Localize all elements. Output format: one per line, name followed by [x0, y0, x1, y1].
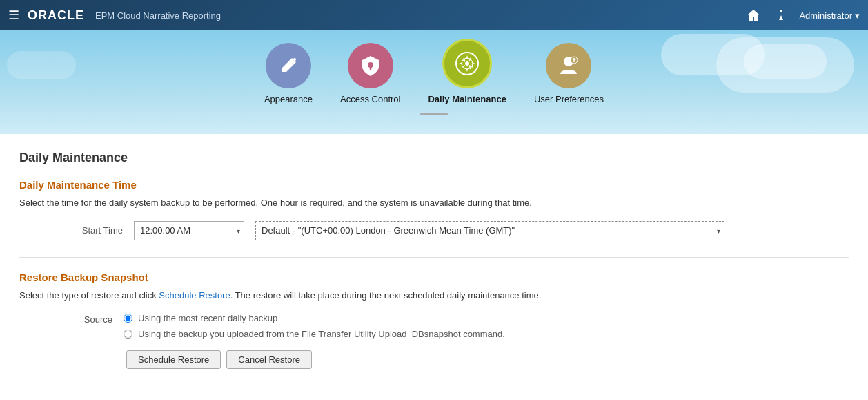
radio-uploaded-backup-label: Using the backup you uploaded from the F… [138, 329, 505, 339]
accessibility-button[interactable] [771, 6, 791, 25]
page-title: Daily Maintenance [19, 151, 849, 165]
user-preferences-icon-circle [546, 43, 591, 88]
user-preferences-label: User Preferences [534, 94, 604, 104]
nav-item-daily-maintenance[interactable]: Daily Maintenance [428, 39, 506, 104]
access-control-icon [358, 53, 383, 78]
restore-backup-section: Restore Backup Snapshot Select the type … [19, 272, 849, 370]
user-menu[interactable]: Administrator ▾ [799, 10, 860, 21]
appearance-icon-circle [266, 43, 311, 88]
svg-point-0 [780, 10, 782, 12]
timezone-select[interactable]: Default - "(UTC+00:00) London - Greenwic… [255, 221, 724, 240]
daily-maintenance-icon-circle [442, 39, 492, 88]
radio-daily-backup-label: Using the most recent daily backup [138, 313, 277, 323]
home-icon [747, 8, 760, 22]
start-time-select-wrapper: 12:00:00 AM ▾ [134, 221, 244, 240]
appearance-label: Appearance [264, 94, 313, 104]
menu-icon[interactable]: ☰ [8, 8, 19, 23]
nav-item-user-preferences[interactable]: User Preferences [534, 43, 604, 104]
source-label: Source [75, 313, 112, 325]
cancel-restore-button[interactable]: Cancel Restore [226, 350, 312, 369]
access-icon-circle [348, 43, 393, 88]
svg-point-1 [293, 58, 296, 61]
radio-uploaded-backup[interactable] [124, 330, 132, 339]
home-button[interactable] [744, 6, 763, 25]
maintenance-time-desc: Select the time for the daily system bac… [19, 196, 849, 210]
accessibility-icon [774, 8, 788, 22]
nav-item-appearance[interactable]: Appearance [264, 43, 313, 104]
radio-options: Using the most recent daily backup Using… [124, 313, 505, 339]
drag-handle[interactable] [420, 113, 448, 115]
nav-items: Appearance Access Control [264, 39, 604, 110]
header-icons: Administrator ▾ [744, 6, 860, 25]
logo-text: ORACLE [28, 8, 84, 23]
appearance-icon [277, 54, 300, 77]
nav-band: Appearance Access Control [0, 30, 868, 134]
timezone-select-wrapper: Default - "(UTC+00:00) London - Greenwic… [255, 221, 724, 240]
oracle-logo: ORACLE [28, 8, 84, 23]
user-preferences-icon [556, 53, 581, 78]
start-time-row: Start Time 12:00:00 AM ▾ Default - "(UTC… [19, 221, 849, 240]
schedule-restore-button[interactable]: Schedule Restore [126, 350, 221, 369]
user-name: Administrator [799, 10, 852, 21]
daily-maintenance-icon [453, 50, 481, 77]
source-row: Source Using the most recent daily backu… [19, 313, 849, 339]
footer-spacer [19, 369, 849, 400]
button-row: Schedule Restore Cancel Restore [19, 350, 849, 369]
main-content: Daily Maintenance Daily Maintenance Time… [0, 134, 868, 400]
access-control-label: Access Control [340, 94, 400, 104]
start-time-label: Start Time [75, 225, 123, 236]
radio-option-daily[interactable]: Using the most recent daily backup [124, 313, 505, 323]
restore-backup-title: Restore Backup Snapshot [19, 272, 849, 283]
svg-point-4 [465, 61, 469, 66]
maintenance-time-section: Daily Maintenance Time Select the time f… [19, 179, 849, 240]
radio-option-upload[interactable]: Using the backup you uploaded from the F… [124, 329, 505, 339]
header: ☰ ORACLE EPM Cloud Narrative Reporting A… [0, 0, 868, 30]
start-time-select[interactable]: 12:00:00 AM [134, 221, 244, 240]
schedule-restore-link-text: Schedule Restore [159, 290, 230, 301]
user-chevron-icon: ▾ [855, 10, 860, 21]
section-divider [19, 257, 849, 258]
maintenance-time-title: Daily Maintenance Time [19, 179, 849, 191]
app-title: EPM Cloud Narrative Reporting [95, 10, 744, 21]
radio-daily-backup[interactable] [124, 314, 132, 323]
nav-item-access-control[interactable]: Access Control [340, 43, 400, 104]
restore-backup-desc: Select the type of restore and click Sch… [19, 289, 849, 303]
daily-maintenance-label: Daily Maintenance [428, 94, 506, 104]
